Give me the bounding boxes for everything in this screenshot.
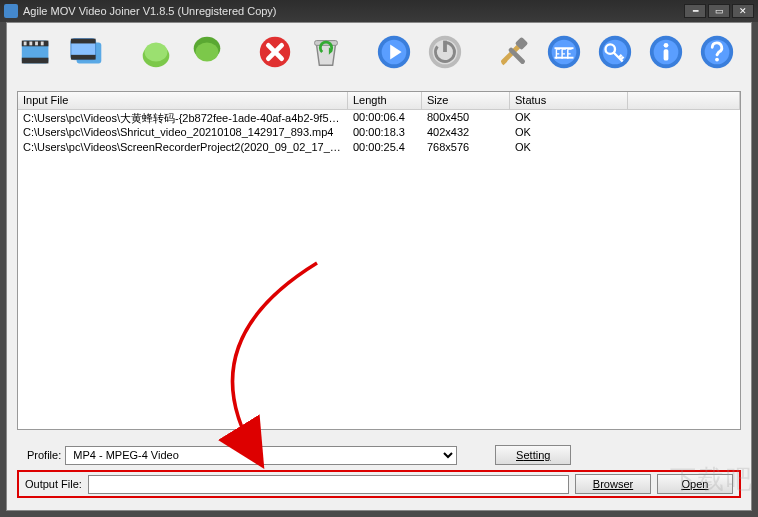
file-list-table: Input File Length Size Status C:\Users\p… bbox=[17, 91, 741, 430]
col-length[interactable]: Length bbox=[348, 92, 422, 109]
cell-file: C:\Users\pc\Videos\大黄蜂转码-{2b872fee-1ade-… bbox=[18, 110, 348, 125]
svg-point-14 bbox=[196, 43, 219, 62]
cell-file: C:\Users\pc\Videos\Shricut_video_2021010… bbox=[18, 125, 348, 140]
toolbar bbox=[7, 23, 751, 81]
output-row: Output File: Browser Open bbox=[17, 470, 741, 498]
help-icon[interactable] bbox=[697, 32, 737, 72]
title-bar: Agile MOV Video Joiner V1.8.5 (Unregiste… bbox=[0, 0, 758, 22]
table-header: Input File Length Size Status bbox=[18, 92, 740, 110]
svg-rect-4 bbox=[29, 42, 32, 46]
profile-select[interactable]: MP4 - MPEG-4 Video bbox=[65, 446, 457, 465]
table-row[interactable]: C:\Users\pc\Videos\大黄蜂转码-{2b872fee-1ade-… bbox=[18, 110, 740, 125]
cell-size: 768x576 bbox=[422, 140, 510, 155]
svg-rect-10 bbox=[71, 55, 96, 60]
register-icon[interactable] bbox=[544, 32, 584, 72]
add-folder-icon[interactable] bbox=[68, 32, 108, 72]
cell-size: 402x432 bbox=[422, 125, 510, 140]
stop-icon[interactable] bbox=[425, 32, 465, 72]
svg-rect-5 bbox=[35, 42, 38, 46]
table-row[interactable]: C:\Users\pc\Videos\Shricut_video_2021010… bbox=[18, 125, 740, 140]
col-input-file[interactable]: Input File bbox=[18, 92, 348, 109]
svg-rect-9 bbox=[71, 39, 96, 44]
main-panel: Input File Length Size Status C:\Users\p… bbox=[6, 22, 752, 511]
remove-icon[interactable] bbox=[255, 32, 295, 72]
svg-point-32 bbox=[664, 43, 669, 48]
app-icon bbox=[4, 4, 18, 18]
close-button[interactable]: ✕ bbox=[732, 4, 754, 18]
cell-length: 00:00:25.4 bbox=[348, 140, 422, 155]
cell-file: C:\Users\pc\Videos\ScreenRecorderProject… bbox=[18, 140, 348, 155]
maximize-button[interactable]: ▭ bbox=[708, 4, 730, 18]
minimize-button[interactable]: ━ bbox=[684, 4, 706, 18]
setting-button[interactable]: Setting bbox=[495, 445, 571, 465]
table-body: C:\Users\pc\Videos\大黄蜂转码-{2b872fee-1ade-… bbox=[18, 110, 740, 155]
profile-label: Profile: bbox=[27, 449, 61, 461]
cell-status: OK bbox=[510, 110, 628, 125]
about-icon[interactable] bbox=[646, 32, 686, 72]
svg-rect-3 bbox=[24, 42, 27, 46]
window-title: Agile MOV Video Joiner V1.8.5 (Unregiste… bbox=[23, 5, 682, 17]
output-label: Output File: bbox=[25, 478, 82, 490]
output-file-input[interactable] bbox=[88, 475, 569, 494]
key-icon[interactable] bbox=[595, 32, 635, 72]
clear-icon[interactable] bbox=[306, 32, 346, 72]
move-up-icon[interactable] bbox=[136, 32, 176, 72]
svg-rect-6 bbox=[41, 42, 44, 46]
svg-rect-21 bbox=[443, 41, 447, 52]
play-icon[interactable] bbox=[374, 32, 414, 72]
svg-rect-33 bbox=[664, 49, 669, 60]
svg-rect-25 bbox=[555, 47, 574, 49]
svg-point-36 bbox=[715, 58, 719, 62]
cell-length: 00:00:06.4 bbox=[348, 110, 422, 125]
browser-button[interactable]: Browser bbox=[575, 474, 651, 494]
cell-status: OK bbox=[510, 140, 628, 155]
table-row[interactable]: C:\Users\pc\Videos\ScreenRecorderProject… bbox=[18, 140, 740, 155]
cell-length: 00:00:18.3 bbox=[348, 125, 422, 140]
col-status[interactable]: Status bbox=[510, 92, 628, 109]
add-files-icon[interactable] bbox=[17, 32, 57, 72]
svg-point-12 bbox=[145, 43, 168, 62]
profile-row: Profile: MP4 - MPEG-4 Video Setting bbox=[27, 444, 731, 466]
settings-icon[interactable] bbox=[493, 32, 533, 72]
svg-rect-26 bbox=[555, 57, 574, 59]
move-down-icon[interactable] bbox=[187, 32, 227, 72]
cell-status: OK bbox=[510, 125, 628, 140]
watermark: 下载吧 bbox=[670, 462, 754, 497]
col-size[interactable]: Size bbox=[422, 92, 510, 109]
svg-rect-2 bbox=[22, 58, 49, 64]
svg-point-24 bbox=[552, 40, 577, 65]
cell-size: 800x450 bbox=[422, 110, 510, 125]
col-extra[interactable] bbox=[628, 92, 740, 109]
